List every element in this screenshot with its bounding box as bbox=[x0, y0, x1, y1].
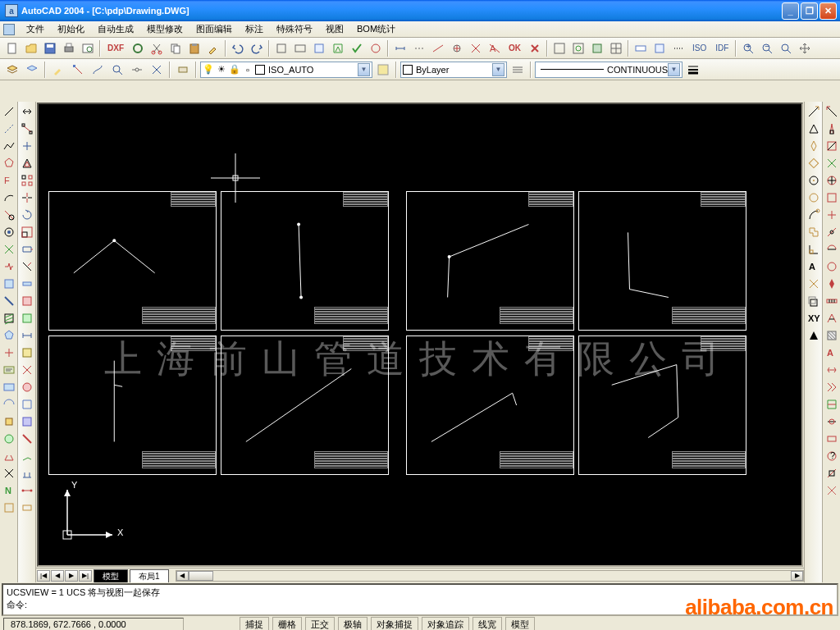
polygon-tool[interactable] bbox=[1, 155, 17, 171]
pline-tool[interactable] bbox=[1, 138, 17, 154]
tool-r18[interactable] bbox=[824, 396, 840, 413]
explode-tool[interactable] bbox=[19, 345, 35, 361]
menu-bom[interactable]: BOM统计 bbox=[350, 21, 402, 37]
layer-dropdown[interactable]: 💡 ☀ 🔒 ▫ ISO_AUTO ▼ bbox=[200, 62, 372, 78]
erase-tool[interactable] bbox=[19, 103, 35, 120]
save-button[interactable] bbox=[41, 39, 59, 57]
osnap-cen[interactable] bbox=[806, 138, 822, 154]
tool-d[interactable] bbox=[329, 39, 347, 57]
tool-l21[interactable] bbox=[1, 448, 17, 464]
scroll-thumb[interactable] bbox=[189, 571, 213, 581]
model-toggle[interactable]: 模型 bbox=[505, 617, 535, 631]
otrack-toggle[interactable]: 对象追踪 bbox=[422, 617, 469, 631]
area-tool[interactable] bbox=[824, 121, 840, 137]
osnap-tan[interactable]: A bbox=[806, 258, 822, 275]
chamfer-tool[interactable] bbox=[19, 310, 35, 326]
spline-tool[interactable] bbox=[1, 241, 17, 258]
menu-special[interactable]: 特殊符号 bbox=[270, 21, 319, 37]
dim-cancel[interactable] bbox=[526, 39, 544, 57]
tool-p7[interactable] bbox=[174, 61, 192, 79]
tool-m20[interactable] bbox=[19, 431, 35, 447]
tab-next-button[interactable]: ▶ bbox=[65, 570, 78, 582]
tool-l22[interactable] bbox=[1, 465, 17, 482]
block-tool[interactable] bbox=[1, 276, 17, 292]
tool-m19[interactable] bbox=[19, 413, 35, 430]
color-dropdown[interactable]: ByLayer ▼ bbox=[400, 62, 507, 78]
tool-p4[interactable] bbox=[108, 61, 126, 79]
tool-l20[interactable] bbox=[1, 431, 17, 447]
osnap-node[interactable] bbox=[806, 155, 822, 171]
tool-r19[interactable] bbox=[824, 413, 840, 430]
drawing-canvas[interactable]: Y X 上海前山管道技术有限公司 bbox=[37, 103, 803, 567]
osnap-ext[interactable] bbox=[806, 207, 822, 223]
tool-c[interactable] bbox=[310, 39, 328, 57]
tool-m22[interactable] bbox=[19, 465, 35, 482]
match-prop-button[interactable] bbox=[204, 39, 222, 57]
dist-tool[interactable] bbox=[824, 103, 840, 120]
menu-file[interactable]: 文件 bbox=[20, 21, 51, 37]
stretch-tool[interactable] bbox=[19, 241, 35, 258]
tool-b[interactable] bbox=[291, 39, 309, 57]
arc-tool[interactable] bbox=[1, 189, 17, 206]
spec-b[interactable] bbox=[651, 39, 669, 57]
layer-prev-button[interactable] bbox=[23, 61, 41, 79]
view-b[interactable] bbox=[569, 39, 587, 57]
snap-toggle[interactable]: 捕捉 bbox=[240, 617, 269, 631]
tab-last-button[interactable]: ▶| bbox=[79, 570, 92, 582]
tool-r16[interactable] bbox=[824, 362, 840, 378]
copy-button[interactable] bbox=[167, 39, 185, 57]
osnap-mid[interactable] bbox=[806, 121, 822, 137]
tool-l19[interactable] bbox=[1, 413, 17, 430]
menu-drawedit[interactable]: 图面编辑 bbox=[189, 21, 239, 37]
polar-toggle[interactable]: 极轴 bbox=[338, 617, 368, 631]
hatch-tool[interactable] bbox=[1, 310, 17, 326]
scroll-left-button[interactable]: ◀ bbox=[176, 571, 189, 581]
tool-m18[interactable] bbox=[19, 396, 35, 413]
tool-check[interactable] bbox=[348, 39, 366, 57]
ortho-toggle[interactable]: 正交 bbox=[305, 617, 335, 631]
list-tool[interactable] bbox=[824, 155, 840, 171]
dim-e[interactable] bbox=[467, 39, 485, 57]
horizontal-scrollbar[interactable]: ◀ ▶ bbox=[176, 570, 804, 582]
cut-button[interactable] bbox=[148, 39, 166, 57]
scroll-right-button[interactable]: ▶ bbox=[791, 571, 803, 581]
dxf-button[interactable]: DXF bbox=[103, 39, 128, 57]
plot-preview-button[interactable] bbox=[79, 39, 97, 57]
tool-r7[interactable] bbox=[824, 207, 840, 223]
circle-tool[interactable] bbox=[1, 207, 17, 223]
layer-tool-a[interactable] bbox=[374, 61, 392, 79]
tool-e[interactable] bbox=[367, 39, 385, 57]
ellipse-tool[interactable] bbox=[1, 224, 17, 240]
tool-r6[interactable] bbox=[824, 189, 840, 206]
tool-r22[interactable] bbox=[824, 465, 840, 482]
id-tool[interactable] bbox=[824, 172, 840, 189]
rotate-tool[interactable] bbox=[19, 207, 35, 223]
tool-l24[interactable] bbox=[1, 500, 17, 516]
tool-p1[interactable] bbox=[49, 61, 67, 79]
tool-m23[interactable] bbox=[19, 482, 35, 499]
tool-p3[interactable] bbox=[89, 61, 107, 79]
tool-r17[interactable] bbox=[824, 379, 840, 395]
osnap-toggle[interactable]: 对象捕捉 bbox=[371, 617, 418, 631]
tool-icon[interactable] bbox=[129, 39, 147, 57]
point-tool[interactable] bbox=[1, 293, 17, 309]
pan-button[interactable] bbox=[796, 39, 814, 57]
tool-l18[interactable] bbox=[1, 396, 17, 413]
dim-f[interactable]: A bbox=[486, 39, 504, 57]
lineweight-tool[interactable] bbox=[684, 61, 702, 79]
iso-text[interactable]: ISO bbox=[688, 39, 710, 57]
idf-text[interactable]: IDF bbox=[711, 39, 733, 57]
menu-annotate[interactable]: 标注 bbox=[239, 21, 270, 37]
mirror-tool[interactable] bbox=[19, 138, 35, 154]
tab-prev-button[interactable]: ◀ bbox=[51, 570, 64, 582]
redo-button[interactable] bbox=[248, 39, 266, 57]
undo-button[interactable] bbox=[229, 39, 247, 57]
osnap-qua[interactable] bbox=[806, 172, 822, 189]
tool-m24[interactable] bbox=[19, 500, 35, 516]
tool-r14[interactable] bbox=[824, 327, 840, 344]
fillet-tool[interactable] bbox=[19, 327, 35, 344]
tool-m16[interactable] bbox=[19, 362, 35, 378]
tool-r10[interactable] bbox=[824, 258, 840, 275]
spec-a[interactable] bbox=[632, 39, 650, 57]
osnap-end[interactable] bbox=[806, 103, 822, 120]
